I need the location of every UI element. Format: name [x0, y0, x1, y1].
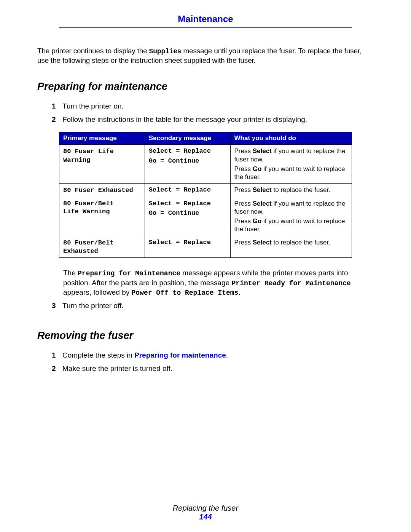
action-text: Press — [234, 217, 253, 225]
message-table-wrap: Primary message Secondary message What y… — [37, 132, 374, 258]
action-line: Press Select to replace the fuser. — [234, 238, 348, 246]
header-rule — [59, 27, 352, 28]
primary-msg: 80 Fuser/Belt Exhausted — [63, 239, 114, 255]
note-text: appears, followed by — [63, 288, 132, 296]
action-key: Select — [253, 200, 272, 207]
step-number: 3 — [52, 301, 62, 311]
secondary-msg-line: Go = Continue — [149, 209, 226, 217]
secondary-msg-line: Select = Replace — [149, 200, 226, 208]
step-1: 1 Complete the steps in Preparing for ma… — [52, 351, 374, 360]
cell-action: Press Select to replace the fuser. — [230, 236, 352, 258]
cell-action: Press Select to replace the fuser. — [230, 184, 352, 197]
primary-msg-line: Life Warning — [63, 208, 141, 216]
step-text: Make sure the printer is turned off. — [62, 364, 374, 374]
footer-page-number: 144 — [0, 513, 411, 521]
cell-secondary: Select = Replace — [145, 184, 230, 197]
message-table: Primary message Secondary message What y… — [59, 132, 352, 258]
step-3: 3 Turn the printer off. — [52, 301, 374, 311]
note-keyword: Power Off to Replace Items — [132, 289, 239, 297]
step-text: Turn the printer off. — [62, 301, 374, 311]
secondary-msg-line: Go = Continue — [149, 157, 226, 165]
preparing-steps-list-cont: 3 Turn the printer off. — [52, 301, 374, 311]
step-number: 2 — [52, 115, 62, 125]
intro-paragraph: The printer continues to display the Sup… — [37, 46, 374, 66]
cell-primary: 80 Fuser/Belt Life Warning — [59, 197, 145, 236]
primary-msg: 80 Fuser Life Warning — [63, 148, 114, 163]
step-1: 1 Turn the printer on. — [52, 102, 374, 111]
action-key: Select — [253, 147, 272, 155]
step-2: 2 Make sure the printer is turned off. — [52, 364, 374, 374]
action-text: Press — [234, 186, 253, 193]
step-text: Follow the instructions in the table for… — [62, 115, 374, 125]
cell-primary: 80 Fuser Life Warning — [59, 145, 145, 184]
action-text: Press — [234, 147, 253, 155]
action-text: to replace the fuser. — [272, 186, 330, 193]
note-text: . — [238, 288, 240, 296]
action-key: Select — [253, 239, 272, 246]
cell-secondary: Select = Replace Go = Continue — [145, 145, 230, 184]
cell-action: Press Select if you want to replace the … — [230, 145, 352, 184]
table-row: 80 Fuser Exhausted Select = Replace Pres… — [59, 184, 352, 197]
step-text: Complete the steps in Preparing for main… — [62, 351, 374, 360]
step-number: 1 — [52, 102, 62, 111]
action-text: Press — [234, 165, 253, 173]
action-text: to replace the fuser. — [272, 239, 330, 246]
removing-steps-list: 1 Complete the steps in Preparing for ma… — [52, 351, 374, 373]
table-row: 80 Fuser/Belt Exhausted Select = Replace… — [59, 236, 352, 258]
preparing-steps-list: 1 Turn the printer on. 2 Follow the inst… — [52, 102, 374, 124]
action-key: Go — [253, 217, 262, 225]
th-secondary: Secondary message — [145, 132, 230, 145]
action-line: Press Select to replace the fuser. — [234, 186, 348, 194]
primary-msg-line: 80 Fuser/Belt — [63, 200, 141, 208]
intro-text-1: The printer continues to display the — [37, 47, 149, 55]
section-preparing-heading: Preparing for maintenance — [37, 81, 374, 93]
cell-secondary: Select = Replace Go = Continue — [145, 197, 230, 236]
th-primary: Primary message — [59, 132, 145, 145]
secondary-msg-line: Select = Replace — [149, 186, 226, 194]
maintenance-note: The Preparing for Maintenance message ap… — [63, 268, 374, 297]
primary-msg: 80 Fuser Exhausted — [63, 187, 133, 194]
cell-primary: 80 Fuser Exhausted — [59, 184, 145, 197]
action-line: Press Go if you want to wait to replace … — [234, 165, 348, 181]
action-line: Press Select if you want to replace the … — [234, 147, 348, 163]
action-key: Select — [253, 186, 272, 193]
step-text-part: . — [226, 351, 228, 359]
note-text: The — [63, 269, 78, 277]
note-keyword: Printer Ready for Maintenance — [232, 280, 351, 287]
section-removing-heading: Removing the fuser — [37, 330, 374, 342]
step-text: Turn the printer on. — [62, 102, 374, 111]
secondary-msg-line: Select = Replace — [149, 238, 226, 246]
secondary-msg-line: Select = Replace — [149, 147, 226, 155]
note-keyword: Preparing for Maintenance — [78, 270, 180, 277]
action-text: Press — [234, 200, 253, 207]
action-key: Go — [253, 165, 262, 173]
cell-primary: 80 Fuser/Belt Exhausted — [59, 236, 145, 258]
preparing-link[interactable]: Preparing for maintenance — [134, 351, 226, 359]
action-line: Press Select if you want to replace the … — [234, 200, 348, 216]
table-row: 80 Fuser Life Warning Select = Replace G… — [59, 145, 352, 184]
action-text: Press — [234, 239, 253, 246]
page-header-title: Maintenance — [37, 14, 374, 24]
cell-secondary: Select = Replace — [145, 236, 230, 258]
cell-action: Press Select if you want to replace the … — [230, 197, 352, 236]
step-text-part: Complete the steps in — [62, 351, 134, 359]
supplies-keyword: Supplies — [149, 48, 182, 55]
th-action: What you should do — [230, 132, 352, 145]
page-footer: Replacing the fuser 144 — [0, 504, 411, 521]
table-row: 80 Fuser/Belt Life Warning Select = Repl… — [59, 197, 352, 236]
footer-section-title: Replacing the fuser — [0, 504, 411, 513]
step-2: 2 Follow the instructions in the table f… — [52, 115, 374, 125]
step-number: 1 — [52, 351, 62, 360]
action-line: Press Go if you want to wait to replace … — [234, 217, 348, 233]
step-number: 2 — [52, 364, 62, 374]
